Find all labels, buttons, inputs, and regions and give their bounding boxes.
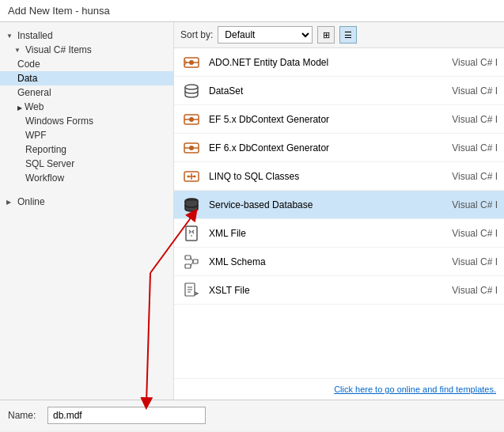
item-xslt-file[interactable]: XSLT File Visual C# I (174, 276, 504, 305)
windows-forms-label: Windows Forms (25, 116, 93, 127)
ado-entity-icon (180, 51, 203, 74)
sidebar-item-workflow[interactable]: Workflow (0, 171, 173, 185)
list-view-icon: ☰ (344, 30, 352, 40)
sidebar-general-label: General (17, 87, 51, 98)
name-input[interactable] (47, 407, 206, 424)
ado-entity-type: Visual C# I (434, 57, 498, 68)
bottom-bar: Name: (0, 400, 504, 430)
xml-file-icon (180, 222, 203, 244)
online-link[interactable]: Click here to go online and find templat… (334, 385, 496, 394)
sort-label: Sort by: (180, 29, 213, 40)
sidebar-item-data[interactable]: Data (0, 71, 173, 85)
items-list: ADO.NET Entity Data Model Visual C# I (174, 48, 504, 378)
installed-label: Installed (17, 30, 53, 41)
svg-point-1 (189, 60, 194, 65)
item-ef6[interactable]: EF 6.x DbContext Generator Visual C# I (174, 134, 504, 162)
sidebar-item-windows-forms[interactable]: Windows Forms (0, 114, 173, 128)
visual-cs-label: Visual C# Items (25, 44, 92, 55)
main-container: Installed Visual C# Items Code Data G (0, 22, 504, 430)
sidebar-web-label: Web (25, 101, 44, 112)
item-linq-sql[interactable]: LINQ to SQL Classes Visual C# I (174, 162, 504, 191)
svg-rect-20 (185, 264, 191, 268)
sql-server-label: SQL Server (25, 158, 74, 169)
online-link-area: Click here to go online and find templat… (174, 378, 504, 400)
wpf-label: WPF (25, 130, 47, 141)
svg-point-4 (185, 85, 198, 89)
list-view-button[interactable]: ☰ (339, 26, 357, 44)
xml-schema-icon (180, 251, 203, 273)
online-label: Online (17, 196, 45, 207)
ef5-type: Visual C# I (434, 114, 498, 125)
sidebar-item-reporting[interactable]: Reporting (0, 142, 173, 157)
sidebar-item-sql-server[interactable]: SQL Server (0, 157, 173, 171)
visual-cs-triangle-icon (14, 46, 22, 54)
dataset-type: Visual C# I (434, 85, 498, 97)
reporting-label: Reporting (25, 144, 66, 155)
linq-sql-name: LINQ to SQL Classes (209, 171, 434, 182)
svg-point-14 (188, 175, 190, 177)
ef5-name: EF 5.x DbContext Generator (209, 114, 434, 125)
xslt-file-name: XSLT File (209, 285, 434, 296)
title-bar: Add New Item - hunsa (0, 0, 504, 22)
ado-entity-name: ADO.NET Entity Data Model (209, 57, 434, 68)
service-db-type: Visual C# I (434, 199, 498, 210)
sidebar-online[interactable]: Online (0, 195, 173, 209)
item-xml-schema[interactable]: XML Schema Visual C# I (174, 248, 504, 276)
xml-schema-type: Visual C# I (434, 256, 498, 267)
svg-rect-21 (193, 260, 198, 263)
svg-line-23 (191, 261, 193, 266)
sidebar-item-code[interactable]: Code (0, 57, 173, 71)
online-triangle-icon (6, 198, 14, 206)
ef5-icon (180, 108, 203, 131)
content-area: Installed Visual C# Items Code Data G (0, 22, 504, 400)
svg-point-15 (194, 175, 196, 177)
item-service-db[interactable]: Service-based Database Visual C# I (174, 191, 504, 219)
svg-point-10 (189, 146, 194, 150)
svg-line-22 (191, 257, 193, 261)
right-panel: Sort by: Default Name Type ⊞ ☰ (174, 22, 504, 400)
installed-triangle-icon (6, 32, 14, 40)
workflow-label: Workflow (25, 172, 64, 184)
sidebar-item-wpf[interactable]: WPF (0, 128, 173, 142)
xml-file-type: Visual C# I (434, 228, 498, 239)
item-xml-file[interactable]: XML File Visual C# I (174, 219, 504, 248)
grid-view-button[interactable]: ⊞ (317, 26, 335, 44)
sidebar-installed[interactable]: Installed (0, 28, 173, 43)
item-ado-entity[interactable]: ADO.NET Entity Data Model Visual C# I (174, 48, 504, 77)
linq-sql-type: Visual C# I (434, 171, 498, 182)
xslt-file-type: Visual C# I (434, 285, 498, 296)
grid-view-icon: ⊞ (323, 30, 330, 40)
name-label: Name: (8, 410, 40, 421)
xml-schema-name: XML Schema (209, 256, 434, 267)
xml-file-name: XML File (209, 228, 434, 239)
toolbar-row: Sort by: Default Name Type ⊞ ☰ (174, 22, 504, 48)
svg-rect-17 (186, 226, 197, 241)
svg-rect-19 (185, 256, 191, 260)
ef6-icon (180, 137, 203, 159)
sidebar: Installed Visual C# Items Code Data G (0, 22, 174, 400)
item-dataset[interactable]: DataSet Visual C# I (174, 77, 504, 105)
sidebar-code-label: Code (17, 59, 40, 70)
ef6-name: EF 6.x DbContext Generator (209, 142, 434, 153)
sidebar-data-label: Data (17, 73, 37, 84)
item-ef5[interactable]: EF 5.x DbContext Generator Visual C# I (174, 105, 504, 134)
svg-point-6 (189, 117, 194, 122)
xslt-file-icon (180, 279, 203, 301)
linq-sql-icon (180, 165, 203, 188)
service-db-name: Service-based Database (209, 199, 434, 210)
sort-select[interactable]: Default Name Type (218, 26, 313, 44)
service-db-icon (180, 194, 203, 216)
web-triangle-icon (17, 101, 22, 112)
dataset-icon (180, 80, 203, 102)
sidebar-item-web[interactable]: Web (0, 100, 173, 114)
window-title: Add New Item - hunsa (8, 5, 110, 17)
dataset-name: DataSet (209, 85, 434, 97)
sidebar-visual-cs[interactable]: Visual C# Items (0, 43, 173, 57)
sidebar-item-general[interactable]: General (0, 85, 173, 100)
ef6-type: Visual C# I (434, 142, 498, 153)
